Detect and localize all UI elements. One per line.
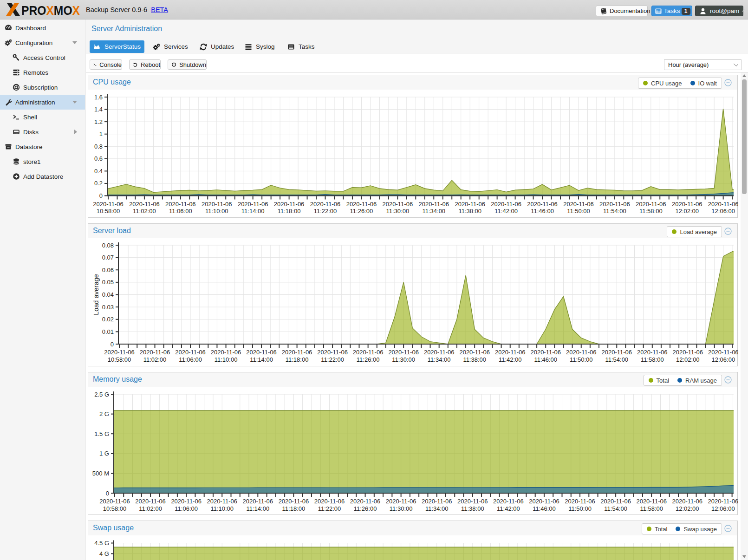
svg-text:4 G: 4 G [99,550,109,557]
svg-text:2020-11-06: 2020-11-06 [600,498,631,505]
svg-text:11:14:00: 11:14:00 [241,208,265,215]
svg-text:11:26:00: 11:26:00 [354,505,377,512]
svg-text:11:10:00: 11:10:00 [205,208,228,215]
svg-text:11:46:00: 11:46:00 [533,505,556,512]
svg-text:11:02:00: 11:02:00 [139,505,162,512]
svg-text:11:22:00: 11:22:00 [314,208,337,215]
svg-text:2020-11-06: 2020-11-06 [672,201,702,208]
svg-text:11:18:00: 11:18:00 [286,356,309,363]
svg-text:2020-11-06: 2020-11-06 [602,349,632,356]
svg-text:2020-11-06: 2020-11-06 [202,201,232,208]
svg-text:2020-11-06: 2020-11-06 [346,201,377,208]
svg-text:1: 1 [99,130,103,137]
svg-text:2020-11-06: 2020-11-06 [165,201,196,208]
svg-text:2020-11-06: 2020-11-06 [274,201,305,208]
svg-text:1.6: 1.6 [94,94,103,101]
svg-text:11:14:00: 11:14:00 [246,505,269,512]
svg-text:11:54:00: 11:54:00 [603,208,626,215]
svg-text:0.2: 0.2 [94,180,103,187]
svg-text:10:58:00: 10:58:00 [108,356,131,363]
svg-text:0.08: 0.08 [102,242,114,249]
svg-text:2020-11-06: 2020-11-06 [383,201,413,208]
svg-text:11:14:00: 11:14:00 [250,356,273,363]
svg-text:11:58:00: 11:58:00 [640,505,663,512]
svg-text:1.5 G: 1.5 G [94,430,109,437]
svg-text:12:06:00: 12:06:00 [712,356,735,363]
svg-text:2020-11-06: 2020-11-06 [99,498,130,505]
svg-text:0.04: 0.04 [102,291,114,298]
svg-text:11:02:00: 11:02:00 [133,208,156,215]
svg-text:2020-11-06: 2020-11-06 [708,349,738,356]
svg-text:11:06:00: 11:06:00 [179,356,202,363]
svg-text:11:06:00: 11:06:00 [175,505,198,512]
svg-text:2020-11-06: 2020-11-06 [566,349,597,356]
svg-text:0: 0 [99,192,103,199]
svg-text:0: 0 [106,490,109,497]
svg-text:2020-11-06: 2020-11-06 [457,498,488,505]
svg-text:11:58:00: 11:58:00 [639,208,663,215]
svg-text:2020-11-06: 2020-11-06 [140,349,170,356]
svg-text:12:02:00: 12:02:00 [675,208,699,215]
svg-text:2020-11-06: 2020-11-06 [135,498,166,505]
svg-text:2020-11-06: 2020-11-06 [422,498,452,505]
svg-text:11:30:00: 11:30:00 [390,505,413,512]
svg-text:2020-11-06: 2020-11-06 [672,498,703,505]
svg-text:2020-11-06: 2020-11-06 [529,498,559,505]
svg-text:2020-11-06: 2020-11-06 [317,349,348,356]
svg-text:2020-11-06: 2020-11-06 [386,498,416,505]
svg-text:2020-11-06: 2020-11-06 [673,349,703,356]
svg-text:12:06:00: 12:06:00 [711,505,735,512]
svg-text:2020-11-06: 2020-11-06 [243,498,273,505]
svg-text:0.8: 0.8 [94,143,103,150]
svg-text:2020-11-06: 2020-11-06 [93,201,124,208]
svg-text:2020-11-06: 2020-11-06 [353,349,384,356]
svg-text:2020-11-06: 2020-11-06 [636,498,667,505]
svg-text:0.07: 0.07 [102,254,114,261]
svg-text:2020-11-06: 2020-11-06 [565,498,595,505]
svg-text:2020-11-06: 2020-11-06 [171,498,202,505]
svg-text:2020-11-06: 2020-11-06 [455,201,485,208]
svg-text:2020-11-06: 2020-11-06 [636,201,666,208]
svg-text:11:02:00: 11:02:00 [143,356,167,363]
svg-text:2020-11-06: 2020-11-06 [282,349,312,356]
svg-text:11:50:00: 11:50:00 [567,208,590,215]
svg-text:0.01: 0.01 [102,328,114,335]
svg-text:2020-11-06: 2020-11-06 [211,349,241,356]
svg-text:1.2: 1.2 [94,118,103,125]
svg-text:0.05: 0.05 [102,279,114,286]
svg-text:11:10:00: 11:10:00 [210,505,234,512]
svg-text:500 M: 500 M [92,470,109,477]
svg-text:11:34:00: 11:34:00 [425,505,449,512]
svg-text:2020-11-06: 2020-11-06 [599,201,630,208]
svg-text:2020-11-06: 2020-11-06 [493,498,524,505]
svg-text:2020-11-06: 2020-11-06 [530,349,561,356]
svg-text:2020-11-06: 2020-11-06 [419,201,449,208]
svg-text:0.02: 0.02 [102,316,114,323]
svg-text:2020-11-06: 2020-11-06 [708,498,738,505]
svg-text:11:42:00: 11:42:00 [499,356,522,363]
svg-text:2020-11-06: 2020-11-06 [350,498,381,505]
svg-text:11:22:00: 11:22:00 [318,505,341,512]
svg-text:2020-11-06: 2020-11-06 [563,201,594,208]
svg-text:2 G: 2 G [99,410,109,417]
svg-text:11:46:00: 11:46:00 [531,208,554,215]
svg-text:10:58:00: 10:58:00 [103,505,127,512]
svg-text:11:38:00: 11:38:00 [458,208,481,215]
svg-text:11:34:00: 11:34:00 [428,356,451,363]
svg-text:11:58:00: 11:58:00 [641,356,664,363]
svg-text:12:02:00: 12:02:00 [676,505,699,512]
svg-text:2020-11-06: 2020-11-06 [424,349,455,356]
svg-text:0.6: 0.6 [94,155,103,162]
svg-text:2020-11-06: 2020-11-06 [388,349,419,356]
svg-text:11:50:00: 11:50:00 [570,356,593,363]
svg-text:11:06:00: 11:06:00 [169,208,192,215]
svg-text:2020-11-06: 2020-11-06 [708,201,738,208]
svg-text:11:22:00: 11:22:00 [321,356,344,363]
svg-text:2020-11-06: 2020-11-06 [637,349,668,356]
svg-text:11:42:00: 11:42:00 [497,505,520,512]
svg-text:2020-11-06: 2020-11-06 [491,201,521,208]
svg-text:11:38:00: 11:38:00 [461,505,484,512]
svg-text:2020-11-06: 2020-11-06 [310,201,341,208]
svg-text:Load average: Load average [92,274,100,315]
svg-text:2020-11-06: 2020-11-06 [527,201,558,208]
